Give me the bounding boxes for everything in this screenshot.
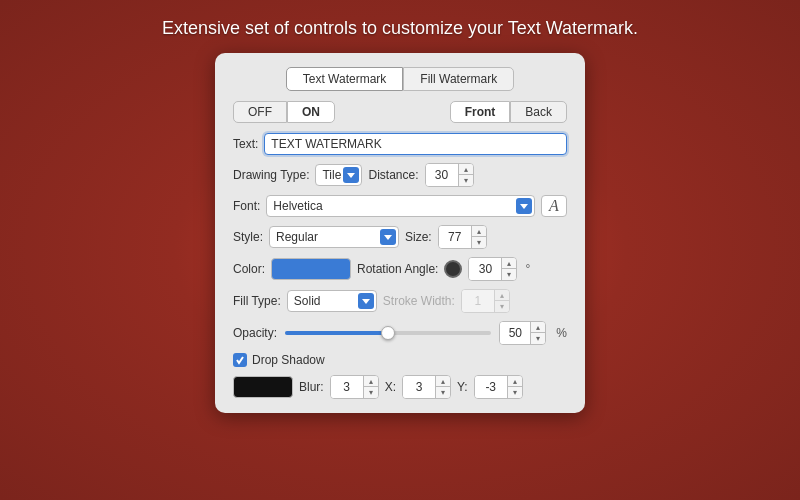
opacity-spinner-btns: ▴ ▾ [530, 322, 545, 344]
text-label: Text: [233, 137, 258, 151]
position-toggle: Front Back [450, 101, 567, 123]
drawing-type-select-wrap: Tile [315, 164, 362, 186]
size-spinner-btns: ▴ ▾ [471, 226, 486, 248]
y-down-button[interactable]: ▾ [508, 387, 522, 398]
opacity-slider-track[interactable] [285, 331, 491, 335]
font-select-wrap: Helvetica [266, 195, 535, 217]
stroke-width-spinner-btns: ▴ ▾ [494, 290, 509, 312]
distance-spinner: ▴ ▾ [425, 163, 474, 187]
size-spinner: ▴ ▾ [438, 225, 487, 249]
opacity-row: Opacity: ▴ ▾ % [233, 321, 567, 345]
distance-label: Distance: [368, 168, 418, 182]
opacity-unit: % [556, 326, 567, 340]
rotation-up-button[interactable]: ▴ [502, 258, 516, 269]
tab-text-watermark[interactable]: Text Watermark [286, 67, 404, 91]
rotation-knob[interactable] [444, 260, 462, 278]
x-label: X: [385, 380, 396, 394]
drawing-type-row: Drawing Type: Tile Distance: ▴ ▾ [233, 163, 567, 187]
rotation-angle-label: Rotation Angle: [357, 262, 438, 276]
opacity-label: Opacity: [233, 326, 277, 340]
y-up-button[interactable]: ▴ [508, 376, 522, 387]
rotation-unit: ° [525, 262, 530, 276]
drop-shadow-row: Drop Shadow [233, 353, 567, 367]
font-style-icon-button[interactable]: A [541, 195, 567, 217]
font-row: Font: Helvetica A [233, 195, 567, 217]
x-input[interactable] [403, 376, 435, 398]
size-label: Size: [405, 230, 432, 244]
main-panel: Text Watermark Fill Watermark OFF ON Fro… [215, 53, 585, 413]
y-label: Y: [457, 380, 468, 394]
page-title: Extensive set of controls to customize y… [162, 18, 638, 39]
y-spinner-btns: ▴ ▾ [507, 376, 522, 398]
fill-type-select-wrap: Solid [287, 290, 377, 312]
color-rotation-row: Color: Rotation Angle: ▴ ▾ ° [233, 257, 567, 281]
tab-fill-watermark[interactable]: Fill Watermark [403, 67, 514, 91]
x-up-button[interactable]: ▴ [436, 376, 450, 387]
text-row: Text: [233, 133, 567, 155]
blur-spinner: ▴ ▾ [330, 375, 379, 399]
fill-type-select[interactable]: Solid [287, 290, 377, 312]
on-off-position-row: OFF ON Front Back [233, 101, 567, 123]
drop-shadow-checkbox-wrap[interactable]: Drop Shadow [233, 353, 325, 367]
x-spinner: ▴ ▾ [402, 375, 451, 399]
fill-type-label: Fill Type: [233, 294, 281, 308]
shadow-controls-row: Blur: ▴ ▾ X: ▴ ▾ Y: ▴ ▾ [233, 375, 567, 399]
y-spinner: ▴ ▾ [474, 375, 523, 399]
checkmark-icon [235, 355, 245, 365]
stroke-width-label: Stroke Width: [383, 294, 455, 308]
on-off-toggle: OFF ON [233, 101, 335, 123]
opacity-input-wrap: ▴ ▾ [499, 321, 546, 345]
style-select-wrap: Regular [269, 226, 399, 248]
rotation-input[interactable] [469, 258, 501, 280]
x-spinner-btns: ▴ ▾ [435, 376, 450, 398]
distance-input[interactable] [426, 164, 458, 186]
style-size-row: Style: Regular Size: ▴ ▾ [233, 225, 567, 249]
text-input[interactable] [264, 133, 567, 155]
y-input[interactable] [475, 376, 507, 398]
drop-shadow-checkbox[interactable] [233, 353, 247, 367]
font-label: Font: [233, 199, 260, 213]
rotation-spinner-btns: ▴ ▾ [501, 258, 516, 280]
opacity-slider-thumb[interactable] [381, 326, 395, 340]
color-swatch[interactable] [271, 258, 351, 280]
blur-spinner-btns: ▴ ▾ [363, 376, 378, 398]
rotation-down-button[interactable]: ▾ [502, 269, 516, 280]
stroke-width-spinner: ▴ ▾ [461, 289, 510, 313]
blur-down-button[interactable]: ▾ [364, 387, 378, 398]
blur-up-button[interactable]: ▴ [364, 376, 378, 387]
drawing-type-select[interactable]: Tile [315, 164, 362, 186]
drop-shadow-label: Drop Shadow [252, 353, 325, 367]
on-button[interactable]: ON [287, 101, 335, 123]
rotation-spinner: ▴ ▾ [468, 257, 517, 281]
blur-input[interactable] [331, 376, 363, 398]
distance-up-button[interactable]: ▴ [459, 164, 473, 175]
opacity-up-button[interactable]: ▴ [531, 322, 545, 333]
style-select[interactable]: Regular [269, 226, 399, 248]
style-label: Style: [233, 230, 263, 244]
distance-down-button[interactable]: ▾ [459, 175, 473, 186]
stroke-width-up-button[interactable]: ▴ [495, 290, 509, 301]
drawing-type-label: Drawing Type: [233, 168, 309, 182]
back-button[interactable]: Back [510, 101, 567, 123]
blur-label: Blur: [299, 380, 324, 394]
opacity-down-button[interactable]: ▾ [531, 333, 545, 344]
off-button[interactable]: OFF [233, 101, 287, 123]
stroke-width-input[interactable] [462, 290, 494, 312]
opacity-slider-fill [285, 331, 388, 335]
stroke-width-down-button[interactable]: ▾ [495, 301, 509, 312]
opacity-input[interactable] [500, 322, 530, 344]
shadow-color-swatch[interactable] [233, 376, 293, 398]
size-up-button[interactable]: ▴ [472, 226, 486, 237]
x-down-button[interactable]: ▾ [436, 387, 450, 398]
tab-row: Text Watermark Fill Watermark [233, 67, 567, 91]
font-select[interactable]: Helvetica [266, 195, 535, 217]
fill-stroke-row: Fill Type: Solid Stroke Width: ▴ ▾ [233, 289, 567, 313]
distance-spinner-btns: ▴ ▾ [458, 164, 473, 186]
size-down-button[interactable]: ▾ [472, 237, 486, 248]
color-label: Color: [233, 262, 265, 276]
size-input[interactable] [439, 226, 471, 248]
front-button[interactable]: Front [450, 101, 511, 123]
